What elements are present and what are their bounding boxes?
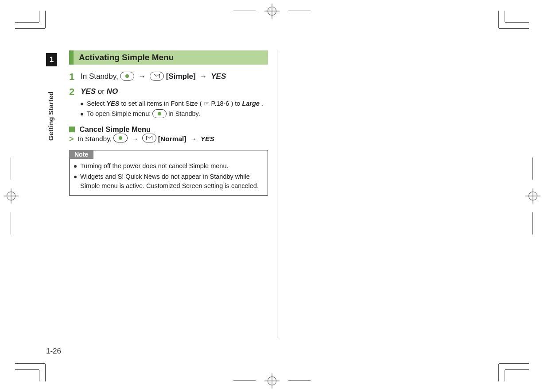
yes-label: YES	[211, 72, 226, 81]
page-number: 1-26	[46, 347, 61, 356]
cancel-line: > In Standby, → [Normal] → YES	[69, 135, 268, 144]
right-column	[291, 50, 499, 338]
text: In Standby,	[81, 72, 120, 81]
cancel-title: Cancel Simple Menu	[80, 125, 151, 133]
center-key-icon	[120, 72, 134, 81]
step-number: 1	[69, 72, 81, 82]
list-item: Turning off the power does not cancel Si…	[74, 161, 263, 171]
section-heading: Activating Simple Menu	[69, 50, 268, 65]
cancel-heading: Cancel Simple Menu	[69, 125, 268, 134]
or-label: or	[98, 87, 107, 96]
center-key-icon	[113, 134, 128, 142]
left-column: Activating Simple Menu 1 In Standby, → […	[69, 50, 277, 338]
list-item: Select YES to set all items in Font Size…	[81, 99, 268, 108]
note-box: Note Turning off the power does not canc…	[69, 150, 268, 196]
register-mark-right	[525, 188, 540, 204]
register-mark-top	[264, 4, 280, 19]
mail-key-icon	[142, 134, 156, 142]
chapter-tab: 1	[46, 53, 57, 66]
step-number: 2	[69, 87, 81, 97]
arrow-icon: →	[188, 135, 199, 142]
step-body: YES or NO	[81, 87, 268, 97]
list-item: Widgets and S! Quick News do not appear …	[74, 172, 263, 191]
step-body: In Standby, → [Simple] → YES	[81, 72, 268, 82]
step-2-bullets: Select YES to set all items in Font Size…	[81, 99, 268, 119]
note-list: Turning off the power does not cancel Si…	[74, 161, 263, 191]
hand-pointer-icon: ☞	[204, 100, 210, 107]
yes-label: YES	[81, 87, 96, 96]
chapter-side-title: Getting Started	[47, 70, 58, 141]
mail-key-icon	[150, 72, 164, 81]
page-sheet: 1 Getting Started Activating Simple Menu…	[0, 0, 544, 392]
center-key-icon	[152, 109, 167, 118]
register-mark-left	[4, 188, 19, 204]
list-item: To open Simple menu: in Standby.	[81, 109, 268, 119]
arrow-icon: →	[198, 72, 209, 81]
chapter-number: 1	[50, 55, 54, 64]
register-mark-bottom	[264, 373, 280, 388]
note-tab: Note	[69, 150, 93, 159]
square-bullet-icon	[69, 127, 75, 132]
arrow-icon: →	[136, 72, 148, 81]
step-1: 1 In Standby, → [Simple] → YES	[69, 72, 268, 82]
no-label: NO	[107, 87, 118, 96]
bracket-label: [Simple]	[166, 72, 196, 81]
step-2: 2 YES or NO	[69, 87, 268, 97]
chevron-icon: >	[69, 135, 76, 143]
page-content: 1 Getting Started Activating Simple Menu…	[43, 37, 505, 356]
arrow-icon: →	[130, 135, 140, 142]
